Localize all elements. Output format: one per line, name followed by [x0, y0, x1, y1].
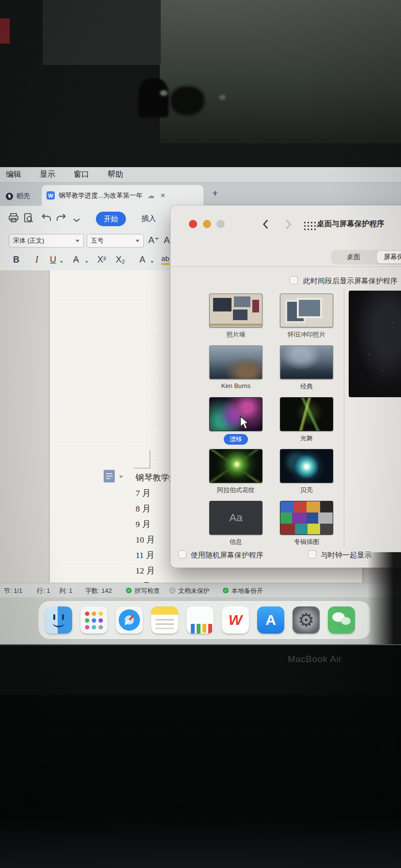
message-thumb-text: Aa: [230, 512, 243, 524]
screensaver-option-classic[interactable]: 经典: [280, 342, 333, 394]
menu-help[interactable]: 帮助: [108, 170, 123, 180]
photo-dark-object: [139, 78, 169, 117]
status-spellcheck[interactable]: 拼写检查: [135, 587, 160, 595]
macbook-air-logo: MacBook Air: [262, 654, 368, 665]
tab-docer[interactable]: 稻壳: [2, 188, 34, 204]
chevron-down-icon[interactable]: [71, 214, 82, 226]
random-screensaver-checkbox[interactable]: [178, 550, 186, 558]
screensaver-option-drift-selected[interactable]: 漂移: [209, 394, 262, 446]
back-icon[interactable]: [260, 218, 272, 231]
menu-window[interactable]: 窗口: [74, 170, 89, 180]
screensaver-thumb-drift[interactable]: [209, 397, 262, 431]
screensaver-option-shell[interactable]: 贝壳: [280, 446, 333, 498]
cloud-sync-icon[interactable]: ☁: [147, 191, 154, 200]
bold-button[interactable]: B: [13, 255, 19, 265]
char-outline-button[interactable]: A: [139, 255, 145, 265]
screensaver-thumb-vintage-prints[interactable]: [280, 294, 333, 327]
screensaver-option-ken-burns[interactable]: Ken Burns: [209, 342, 262, 394]
print-preview-icon[interactable]: [23, 212, 34, 224]
charts-glyph: [186, 606, 214, 634]
screensaver-option-vintage-prints[interactable]: 怀旧冲印照片: [280, 291, 333, 342]
screensaver-thumb-light-dance[interactable]: [280, 397, 333, 431]
screensaver-thumb-photowall[interactable]: [209, 294, 262, 327]
dock-notes-icon[interactable]: [151, 606, 178, 634]
ribbon-tab-insert[interactable]: 插入: [141, 214, 156, 223]
strikethrough-button[interactable]: A: [73, 255, 79, 265]
screensaver-label-selected: 漂移: [224, 434, 248, 445]
new-tab-button[interactable]: +: [212, 187, 218, 199]
status-line: 行: 1: [37, 587, 50, 595]
photo-wall-blur: [160, 0, 401, 143]
show-all-grid-icon[interactable]: [303, 221, 316, 231]
highlight-button[interactable]: ab: [161, 255, 170, 265]
show-after-checkbox[interactable]: [290, 276, 298, 284]
superscript-button[interactable]: X²: [97, 255, 106, 265]
show-with-clock-checkbox[interactable]: [308, 550, 316, 558]
mouse-cursor: [239, 416, 251, 430]
font-size-value: 五号: [91, 236, 104, 245]
dropdown-caret-icon: [136, 240, 139, 242]
photo-highlight: [160, 90, 168, 96]
menu-view[interactable]: 显示: [40, 170, 55, 180]
screensaver-label: 专辑插图: [294, 538, 319, 546]
forward-icon: [282, 218, 294, 231]
paste-options-icon[interactable]: [104, 470, 115, 482]
screensaver-thumb-message[interactable]: Aa: [209, 501, 262, 535]
tab-screensaver-active[interactable]: 屏幕保护程序: [377, 251, 401, 264]
screensaver-label: 照片墙: [227, 330, 246, 339]
status-protection[interactable]: 文档未保护: [178, 587, 210, 595]
dock-charts-app-icon[interactable]: [186, 606, 214, 634]
subscript-button[interactable]: X₂: [116, 255, 125, 265]
font-name-dropdown[interactable]: 宋体 (正文): [9, 234, 84, 248]
photo-dark-object: [170, 86, 204, 115]
dock-appstore-icon[interactable]: A: [257, 606, 284, 634]
ribbon-tab-home[interactable]: 开始: [96, 212, 126, 226]
screensaver-option-photowall[interactable]: 照片墙: [209, 291, 262, 342]
status-wordcount[interactable]: 字数: 142: [85, 587, 112, 595]
increase-font-button[interactable]: A⁺: [148, 234, 159, 246]
screensaver-label: 怀旧冲印照片: [288, 330, 325, 339]
menu-edit[interactable]: 编辑: [6, 170, 21, 180]
dock-safari-icon[interactable]: [116, 606, 143, 634]
screensaver-option-arabesque[interactable]: 阿拉伯式花纹: [209, 446, 262, 498]
tab-document-active[interactable]: W 钢琴教学进度...为改革第一年 ☁ ×: [42, 185, 203, 206]
status-column: 列: 1: [59, 587, 72, 595]
dock-finder-icon[interactable]: [45, 606, 72, 634]
underline-caret-icon[interactable]: [60, 261, 63, 263]
underline-button[interactable]: U: [50, 255, 56, 265]
char-outline-caret-icon[interactable]: [151, 261, 154, 263]
print-icon[interactable]: [8, 212, 19, 224]
document-tab-title: 钢琴教学进度...为改革第一年: [59, 191, 142, 200]
screensaver-option-album-artwork[interactable]: 专辑插图: [280, 498, 333, 550]
dock-system-preferences-icon[interactable]: ⚙: [293, 606, 320, 634]
docer-tab-label: 稻壳: [16, 192, 30, 201]
close-window-button[interactable]: [189, 220, 197, 228]
dock-wps-icon[interactable]: W: [222, 606, 249, 634]
screensaver-thumb-shell[interactable]: [280, 449, 333, 483]
minimize-window-button[interactable]: [203, 220, 211, 228]
italic-button[interactable]: I: [35, 255, 38, 265]
desktop-screensaver-tabs: 桌面 屏幕保护程序: [331, 250, 401, 264]
screensaver-option-light-dance[interactable]: 光舞: [280, 394, 333, 446]
tab-desktop[interactable]: 桌面: [331, 250, 376, 264]
screensaver-thumb-arabesque[interactable]: [209, 449, 262, 483]
macbook-bezel: MacBook Air: [0, 644, 401, 868]
undo-icon[interactable]: [41, 212, 52, 224]
list-preview-divider: [344, 289, 344, 546]
wps-tabbar: 稻壳 W 钢琴教学进度...为改革第一年 ☁ × +: [0, 183, 401, 206]
close-tab-icon[interactable]: ×: [160, 191, 165, 201]
font-size-dropdown[interactable]: 五号: [87, 234, 144, 248]
redo-icon[interactable]: [55, 212, 67, 224]
random-screensaver-label: 使用随机屏幕保护程序: [191, 551, 263, 560]
screensaver-thumb-classic[interactable]: [280, 345, 333, 379]
dock-launchpad-icon[interactable]: [80, 606, 108, 634]
dock-wechat-icon[interactable]: [328, 606, 355, 634]
screen-bottom-edge: [0, 644, 401, 645]
screensaver-option-message[interactable]: Aa 信息: [209, 498, 262, 550]
screensaver-thumb-ken-burns[interactable]: [209, 345, 262, 379]
strikethrough-caret-icon[interactable]: [85, 261, 88, 263]
paste-options-caret-icon[interactable]: [119, 476, 123, 478]
screensaver-thumb-album-artwork[interactable]: [280, 501, 333, 535]
wps-glyph: W: [222, 606, 249, 634]
status-backup[interactable]: 本地备份开: [231, 587, 263, 595]
